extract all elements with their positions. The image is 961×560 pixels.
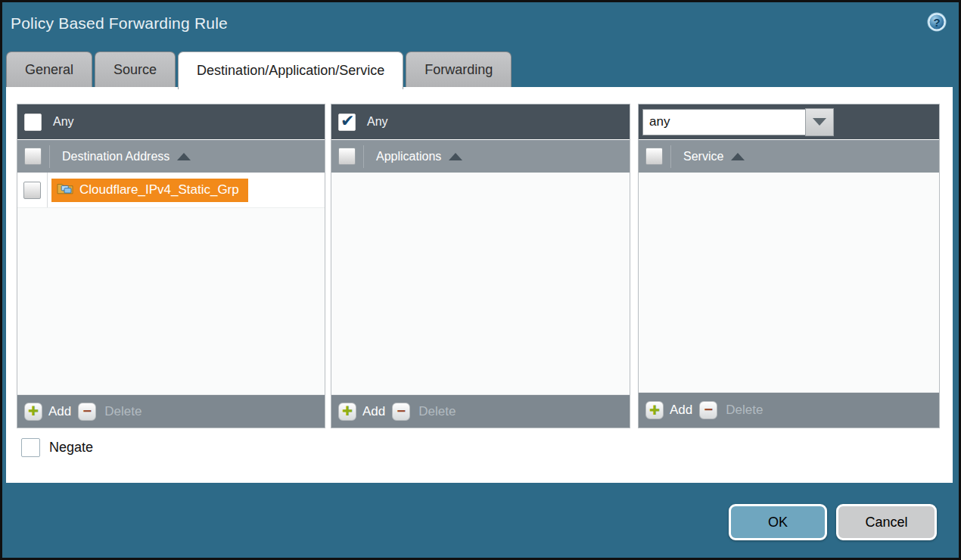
negate-checkbox[interactable] xyxy=(21,438,40,457)
destination-any-bar: Any xyxy=(17,104,325,139)
service-column-header[interactable]: Service xyxy=(639,139,939,173)
service-column: Service Add Delete xyxy=(638,104,940,428)
service-add-label: Add xyxy=(670,403,692,418)
service-dropdown-input[interactable] xyxy=(642,109,805,135)
add-icon xyxy=(338,403,356,421)
applications-column: Any Applications Add Delete xyxy=(331,104,630,428)
applications-any-checkbox[interactable] xyxy=(338,114,356,131)
tab-source[interactable]: Source xyxy=(95,51,176,87)
destination-row-checkbox[interactable] xyxy=(23,182,41,199)
applications-header-label: Applications xyxy=(376,150,441,163)
negate-option: Negate xyxy=(21,438,93,457)
service-delete-button[interactable]: Delete xyxy=(699,401,763,419)
destination-address-column: Any Destination Address xyxy=(17,104,325,428)
destination-header-label: Destination Address xyxy=(62,150,169,163)
service-delete-label: Delete xyxy=(726,403,763,418)
applications-delete-button[interactable]: Delete xyxy=(392,403,456,421)
tab-general[interactable]: General xyxy=(6,51,92,87)
service-select-all-checkbox[interactable] xyxy=(645,148,663,165)
sort-ascending-icon xyxy=(177,153,191,160)
service-list xyxy=(639,173,939,392)
tab-destination-application-service[interactable]: Destination/Application/Service xyxy=(178,51,403,89)
tab-general-label: General xyxy=(25,62,73,78)
ok-button[interactable]: OK xyxy=(729,504,827,540)
destination-list: Cloudflare_IPv4_Static_Grp xyxy=(17,173,325,394)
tab-source-label: Source xyxy=(114,62,157,78)
destination-row-checkbox-cell xyxy=(17,173,48,207)
delete-icon xyxy=(392,403,410,421)
sort-ascending-icon xyxy=(731,153,745,160)
service-dropdown[interactable] xyxy=(642,108,834,136)
add-icon xyxy=(645,401,664,419)
address-group-icon xyxy=(57,182,73,198)
destination-address-item[interactable]: Cloudflare_IPv4_Static_Grp xyxy=(51,179,248,202)
help-icon[interactable]: ? xyxy=(926,11,947,33)
delete-icon xyxy=(699,401,717,419)
tab-content-panel: Any Destination Address xyxy=(6,87,953,483)
applications-add-label: Add xyxy=(362,404,385,419)
applications-select-all-checkbox[interactable] xyxy=(338,148,356,165)
applications-add-button[interactable]: Add xyxy=(338,403,385,421)
destination-select-all-checkbox[interactable] xyxy=(24,148,42,165)
add-icon xyxy=(24,403,42,421)
applications-footer-bar: Add Delete xyxy=(331,394,630,428)
applications-delete-label: Delete xyxy=(418,404,456,419)
applications-list xyxy=(331,173,630,394)
destination-delete-button[interactable]: Delete xyxy=(78,403,142,421)
destination-address-item-label: Cloudflare_IPv4_Static_Grp xyxy=(79,182,239,198)
tab-forwarding[interactable]: Forwarding xyxy=(406,51,512,87)
header-divider xyxy=(49,145,50,168)
destination-column-header[interactable]: Destination Address xyxy=(17,139,325,173)
header-divider xyxy=(363,145,364,168)
chevron-down-icon xyxy=(813,118,826,126)
header-divider xyxy=(670,145,671,168)
service-header-label: Service xyxy=(683,150,723,163)
service-dropdown-button[interactable] xyxy=(805,108,834,136)
sort-ascending-icon xyxy=(449,153,462,160)
destination-footer-bar: Add Delete xyxy=(17,394,325,428)
destination-any-label: Any xyxy=(53,115,74,129)
applications-any-label: Any xyxy=(367,115,388,129)
tab-bar: General Source Destination/Application/S… xyxy=(6,51,514,89)
destination-any-checkbox[interactable] xyxy=(24,114,42,131)
applications-any-bar: Any xyxy=(331,104,630,139)
destination-row[interactable]: Cloudflare_IPv4_Static_Grp xyxy=(17,173,325,208)
delete-icon xyxy=(78,403,96,421)
service-add-button[interactable]: Add xyxy=(645,401,692,419)
service-dropdown-bar xyxy=(639,104,939,139)
dialog-title: Policy Based Forwarding Rule xyxy=(11,14,228,33)
destination-delete-label: Delete xyxy=(104,404,142,419)
tab-forwarding-label: Forwarding xyxy=(425,62,493,78)
service-footer-bar: Add Delete xyxy=(639,392,939,428)
destination-add-label: Add xyxy=(48,404,71,419)
destination-add-button[interactable]: Add xyxy=(24,403,71,421)
negate-label: Negate xyxy=(49,440,93,456)
cancel-button[interactable]: Cancel xyxy=(836,504,937,540)
applications-column-header[interactable]: Applications xyxy=(331,139,630,173)
tab-destination-application-service-label: Destination/Application/Service xyxy=(197,63,384,79)
svg-text:?: ? xyxy=(933,16,940,29)
policy-based-forwarding-dialog: Policy Based Forwarding Rule ? General S… xyxy=(0,0,961,560)
